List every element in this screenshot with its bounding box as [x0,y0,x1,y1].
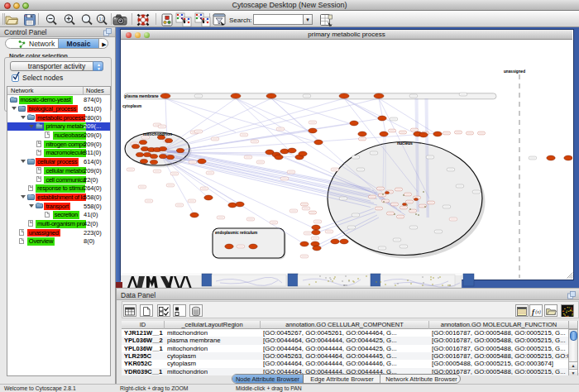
svg-text:mitochondrion: mitochondrion [143,131,172,136]
svg-text:nucleus: nucleus [397,141,413,146]
svg-text:1:1: 1:1 [99,17,105,22]
svg-text:unassigned: unassigned [504,69,525,74]
svg-text:cytoplasm: cytoplasm [122,104,141,108]
svg-text:plasma membrane: plasma membrane [125,94,160,98]
svg-text:(x): (x) [535,309,541,315]
svg-text:endoplasmic reticulum: endoplasmic reticulum [215,231,257,235]
